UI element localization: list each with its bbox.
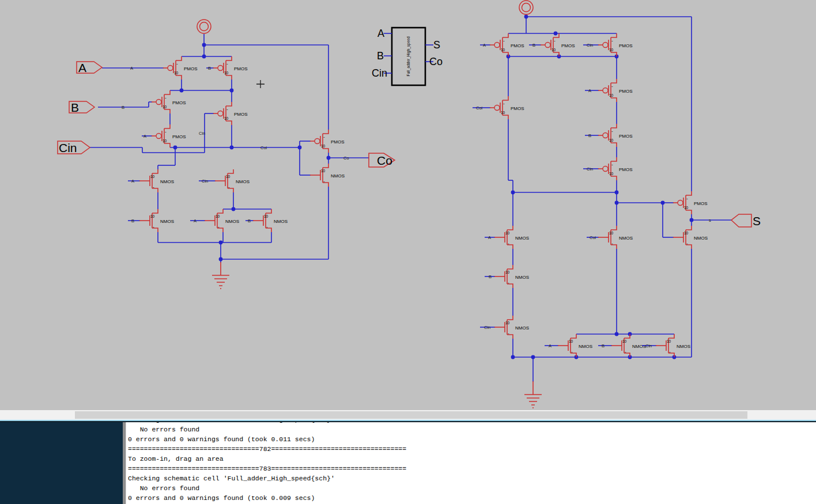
bulk-mark: -	[165, 95, 167, 100]
source-drain-arms	[164, 124, 170, 147]
pmos-transistor[interactable]: Coi-10PMOS	[473, 96, 524, 119]
device-type-label: NMOS	[331, 173, 345, 179]
output-pin-S[interactable]: S	[731, 214, 761, 228]
bulk-mark: -	[611, 162, 613, 167]
gate-bubble	[218, 111, 223, 116]
pmos-transistor[interactable]: A-10PMOS	[480, 33, 524, 56]
schematic-canvas[interactable]: -10PMOSB-10PMOS-10PMOS-10PMOSA-10PMOS-10…	[0, 0, 816, 410]
pmos-transistor[interactable]: B-10PMOS	[529, 33, 575, 56]
pmos-transistor[interactable]: -10PMOS	[152, 90, 186, 113]
nmos-transistor[interactable]: 10-NMOS	[673, 226, 708, 249]
pin-label: Co	[377, 154, 392, 167]
nmos-transistor[interactable]: B10-NMOS	[485, 265, 529, 288]
power-symbol[interactable]	[519, 1, 533, 14]
console-line: 0 errors and 0 warnings found (took 0.01…	[126, 434, 816, 444]
wire-junction	[298, 146, 302, 150]
ground-symbol[interactable]	[212, 262, 229, 289]
ground-symbol[interactable]	[524, 381, 542, 408]
input-pin-B[interactable]: B	[69, 101, 95, 114]
bulk-mark: -	[611, 38, 613, 43]
nmos-transistor[interactable]: A10-NMOS	[190, 209, 239, 232]
source-drain-arms	[553, 33, 559, 56]
console-line: =================================782====…	[126, 444, 816, 454]
pmos-transistor[interactable]: -10PMOS	[213, 102, 248, 125]
nmos-transistor[interactable]: Coi10-NMOS	[587, 226, 633, 249]
port-label: S	[433, 39, 440, 51]
wire-junction	[661, 201, 665, 205]
gate-bubble	[603, 166, 608, 172]
width-label: 10	[226, 175, 231, 179]
width-label: 10	[224, 71, 229, 75]
gate-net-label: B	[131, 218, 134, 223]
power-symbol[interactable]	[197, 20, 211, 33]
bulk-mark: -	[508, 331, 509, 336]
net-label: Co	[343, 156, 349, 161]
width-label: 10	[224, 116, 229, 120]
gate-net-label: B	[588, 133, 591, 138]
width-label: 10	[609, 48, 614, 52]
pmos-transistor[interactable]: -10PMOS	[673, 191, 708, 214]
console-line: No errors found	[126, 483, 816, 493]
messages-console[interactable]: Checking schematic cell 'Full_adder_High…	[126, 422, 816, 504]
bulk-mark: -	[176, 61, 178, 66]
nmos-transistor[interactable]: Cin10-NMOS	[480, 316, 529, 339]
bulk-mark: -	[503, 38, 505, 43]
port-label: Co	[429, 56, 443, 67]
pmos-transistor[interactable]: Cin-10PMOS	[583, 33, 633, 56]
pmos-transistor[interactable]: B-10PMOS	[206, 56, 248, 79]
power-inner-ring	[522, 3, 531, 12]
horizontal-scrollbar[interactable]	[0, 410, 816, 419]
bulk-mark: -	[686, 241, 688, 246]
console-line: 0 errors and 0 warnings found (took 0.00…	[126, 493, 816, 503]
pmos-transistor[interactable]: Cin-10PMOS	[583, 157, 633, 180]
nmos-transistor[interactable]: A10-NMOS	[545, 334, 592, 357]
nmos-transistor[interactable]: A10-NMOS	[128, 169, 174, 192]
app-window: -10PMOSB-10PMOS-10PMOS-10PMOSA-10PMOS-10…	[0, 0, 816, 504]
bulk-mark: -	[508, 280, 509, 285]
wire-junction	[690, 218, 694, 222]
pmos-transistor[interactable]: -10PMOS	[163, 56, 198, 79]
nmos-transistor[interactable]: B10-NMOS	[128, 209, 174, 232]
scrollbar-thumb[interactable]	[75, 411, 747, 419]
pmos-transistor[interactable]: -10PMOS	[310, 130, 345, 153]
side-panel	[0, 422, 123, 504]
gate-net-label: A	[588, 88, 591, 93]
cell-instance-full-adder[interactable]: Full_adder_High_speedABCinSCo	[372, 28, 443, 85]
pmos-transistor[interactable]: A-10PMOS	[585, 79, 633, 102]
source-drain-arms	[611, 79, 617, 102]
device-type-label: PMOS	[331, 139, 345, 145]
source-drain-arms	[176, 56, 182, 79]
nmos-transistor[interactable]: B10-NMOS	[245, 209, 288, 232]
bulk-mark: -	[611, 84, 613, 89]
pin-label: A	[78, 61, 86, 74]
nmos-transistor[interactable]: B10-NMOS	[598, 334, 646, 357]
width-label: 10	[505, 321, 510, 325]
wire-junction	[327, 156, 331, 160]
gate-net-label: Coi	[590, 235, 596, 240]
gate-bubble	[603, 133, 608, 138]
console-line: Checking schematic cell 'Full_adder_High…	[126, 473, 816, 483]
device-type-label: NMOS	[694, 236, 708, 241]
pmos-transistor[interactable]: A-10PMOS	[142, 124, 186, 147]
input-pin-Cin[interactable]: Cin	[58, 141, 90, 154]
device-type-label: NMOS	[274, 219, 288, 224]
net-label: B	[122, 105, 124, 110]
pmos-transistor[interactable]: B-10PMOS	[585, 124, 633, 147]
width-label: 10	[505, 231, 510, 235]
nmos-transistor[interactable]: A10-NMOS	[485, 226, 529, 249]
nmos-transistor[interactable]: Cin10-NMOS	[642, 334, 690, 357]
nmos-transistor[interactable]: Cin10-NMOS	[199, 169, 250, 192]
output-pin-Co[interactable]: Co	[369, 153, 395, 167]
gate-net-label: B	[489, 274, 492, 279]
gate-bubble	[603, 88, 608, 93]
net-label: A	[130, 66, 133, 71]
nmos-transistor[interactable]: 10-NMOS	[310, 164, 345, 187]
wire-junction	[202, 55, 206, 59]
port-label: B	[377, 50, 384, 62]
bulk-mark: -	[153, 184, 154, 190]
input-pin-A[interactable]: A	[77, 61, 102, 74]
bulk-mark: -	[686, 196, 688, 201]
console-line: Checking schematic cell 'Full_adder_High…	[126, 422, 335, 425]
device-type-label: PMOS	[561, 43, 575, 48]
device-type-label: PMOS	[619, 89, 633, 94]
